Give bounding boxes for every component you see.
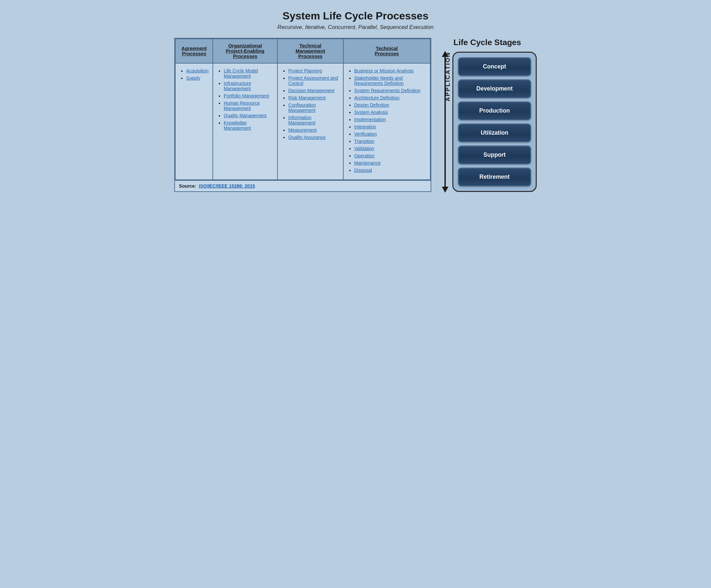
- list-item: Verification: [354, 131, 426, 137]
- col2-cell: Life Cycle Model Management Infrastructu…: [213, 63, 277, 180]
- main-title: System Life Cycle Processes: [174, 10, 537, 22]
- supply-link[interactable]: Supply: [186, 75, 200, 81]
- list-item: Validation: [354, 146, 426, 151]
- stage-concept[interactable]: Concept: [458, 57, 531, 76]
- stage-utilization[interactable]: Utilization: [458, 123, 531, 142]
- implementation-link[interactable]: Implementation: [354, 117, 386, 122]
- verification-link[interactable]: Verification: [354, 131, 377, 137]
- content-area: AgreementProcesses OrganizationalProject…: [174, 38, 537, 192]
- life-cycle-model-link[interactable]: Life Cycle Model Management: [224, 68, 258, 79]
- list-item: Integration: [354, 124, 426, 129]
- acquisition-link[interactable]: Acquisition: [186, 68, 209, 73]
- system-analysis-link[interactable]: System Analysis: [354, 110, 388, 115]
- source-row: Source: ISO/IEC/IEEE 15288: 2015: [175, 180, 431, 191]
- col4-cell: Business or Mission Analysis Stakeholder…: [343, 63, 430, 180]
- quality-assurance-link[interactable]: Quality Assurance: [288, 135, 325, 140]
- list-item: Business or Mission Analysis: [354, 68, 426, 73]
- list-item: Measurement: [288, 128, 339, 133]
- list-item: Project Assessment and Control: [288, 75, 339, 86]
- list-item: Design Definition: [354, 103, 426, 108]
- stakeholder-needs-link[interactable]: Stakeholder Needs and Requirements Defin…: [354, 75, 404, 86]
- list-item: Project Planning: [288, 68, 339, 73]
- portfolio-link[interactable]: Portfolio Management: [224, 93, 269, 98]
- validation-link[interactable]: Validation: [354, 146, 374, 151]
- subtitle: Recursive, Iterative, Concurrent, Parall…: [174, 24, 537, 31]
- process-table: AgreementProcesses OrganizationalProject…: [174, 38, 431, 192]
- transition-link[interactable]: Transition: [354, 139, 374, 144]
- col3-list: Project Planning Project Assessment and …: [282, 68, 339, 140]
- list-item: Infrastructure Management: [224, 81, 273, 91]
- list-item: Architecture Definition: [354, 95, 426, 100]
- config-mgmt-link[interactable]: Configuration Management: [288, 103, 316, 113]
- risk-mgmt-link[interactable]: Risk Management: [288, 95, 325, 100]
- list-item: Information Management: [288, 115, 339, 126]
- col-header-tech: TechnicalProcesses: [343, 39, 430, 63]
- list-item: Quality Management: [224, 113, 273, 118]
- page-wrapper: System Life Cycle Processes Recursive, I…: [174, 10, 537, 192]
- lifecycle-container: APPLICATION Concept Development Producti…: [438, 52, 537, 192]
- architecture-def-link[interactable]: Architecture Definition: [354, 95, 400, 100]
- list-item: Transition: [354, 139, 426, 144]
- list-item: Knowledge Management: [224, 120, 273, 131]
- right-section: Life Cycle Stages APPLICATION Concept De…: [438, 38, 537, 192]
- list-item: Implementation: [354, 117, 426, 122]
- list-item: Configuration Management: [288, 103, 339, 113]
- measurement-link[interactable]: Measurement: [288, 128, 317, 133]
- stage-support[interactable]: Support: [458, 145, 531, 164]
- list-item: System Requirements Definition: [354, 88, 426, 93]
- col4-list: Business or Mission Analysis Stakeholder…: [348, 68, 426, 173]
- list-item: Operation: [354, 153, 426, 158]
- col1-cell: Acquisition Supply: [175, 63, 213, 180]
- decision-mgmt-link[interactable]: Decision Management: [288, 88, 335, 93]
- operation-link[interactable]: Operation: [354, 153, 374, 158]
- list-item: Acquisition: [186, 68, 209, 73]
- infrastructure-link[interactable]: Infrastructure Management: [224, 81, 251, 91]
- list-item: Quality Assurance: [288, 135, 339, 140]
- business-mission-link[interactable]: Business or Mission Analysis: [354, 68, 414, 73]
- disposal-link[interactable]: Disposal: [354, 167, 372, 173]
- list-item: Disposal: [354, 167, 426, 173]
- stages-box: Concept Development Production Utilizati…: [452, 52, 537, 192]
- list-item: Supply: [186, 75, 209, 81]
- system-req-link[interactable]: System Requirements Definition: [354, 88, 421, 93]
- col1-list: Acquisition Supply: [179, 68, 209, 81]
- arrow-column: APPLICATION: [438, 52, 452, 192]
- list-item: System Analysis: [354, 110, 426, 115]
- human-resource-link[interactable]: Human Resource Management: [224, 100, 260, 111]
- list-item: Decision Management: [288, 88, 339, 93]
- project-planning-link[interactable]: Project Planning: [288, 68, 322, 73]
- list-item: Life Cycle Model Management: [224, 68, 273, 79]
- maintenance-link[interactable]: Maintenance: [354, 160, 381, 165]
- stage-production[interactable]: Production: [458, 101, 531, 120]
- stage-retirement[interactable]: Retirement: [458, 167, 531, 186]
- project-assessment-link[interactable]: Project Assessment and Control: [288, 75, 338, 86]
- col-header-agreement: AgreementProcesses: [175, 39, 213, 63]
- list-item: Stakeholder Needs and Requirements Defin…: [354, 75, 426, 86]
- source-link[interactable]: ISO/IEC/IEEE 15288: 2015: [199, 183, 255, 189]
- list-item: Human Resource Management: [224, 100, 273, 111]
- design-def-link[interactable]: Design Definition: [354, 103, 389, 108]
- list-item: Risk Management: [288, 95, 339, 100]
- list-item: Maintenance: [354, 160, 426, 165]
- application-arrow: APPLICATION: [445, 52, 446, 192]
- integration-link[interactable]: Integration: [354, 124, 376, 129]
- info-mgmt-link[interactable]: Information Management: [288, 115, 315, 126]
- source-label: Source:: [179, 183, 196, 189]
- col3-cell: Project Planning Project Assessment and …: [277, 63, 343, 180]
- quality-mgmt-link[interactable]: Quality Management: [224, 113, 266, 118]
- col2-list: Life Cycle Model Management Infrastructu…: [217, 68, 273, 131]
- col-header-tech-mgmt: TechnicalManagementProcesses: [277, 39, 343, 63]
- lifecycle-title: Life Cycle Stages: [453, 38, 521, 47]
- arrow-label: APPLICATION: [445, 52, 451, 101]
- list-item: Portfolio Management: [224, 93, 273, 98]
- stage-development[interactable]: Development: [458, 80, 531, 98]
- knowledge-mgmt-link[interactable]: Knowledge Management: [224, 120, 251, 131]
- col-header-org: OrganizationalProject-EnablingProcesses: [213, 39, 277, 63]
